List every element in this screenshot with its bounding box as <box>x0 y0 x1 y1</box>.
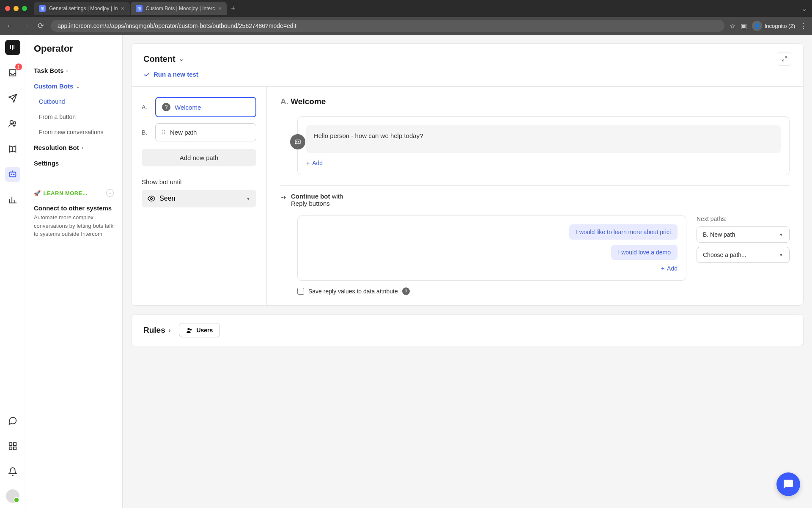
incognito-label: Incognito (2) <box>765 23 795 29</box>
operator-nav[interactable] <box>5 167 20 182</box>
add-reply-button[interactable]: + Add <box>661 265 678 272</box>
path-item-welcome[interactable]: ? Welcome <box>155 97 256 117</box>
rules-section-toggle[interactable]: Rules › <box>143 326 170 335</box>
minimize-window[interactable] <box>14 6 19 11</box>
close-window[interactable] <box>5 6 10 11</box>
path-item-new-path[interactable]: ⠿ New path <box>155 123 256 141</box>
bookmark-icon[interactable]: ☆ <box>730 22 735 30</box>
arrow-right-icon: ⇢ <box>280 193 286 202</box>
nav-outbound[interactable]: Outbound <box>25 94 122 109</box>
browser-tab[interactable]: ⊞ Custom Bots | Moodjoy | Interc × <box>131 2 227 15</box>
extensions-icon[interactable]: ▣ <box>741 22 747 30</box>
reload-button[interactable]: ⟳ <box>36 21 46 30</box>
notifications-nav[interactable] <box>5 464 20 479</box>
tab-title: General settings | Moodjoy | In <box>49 6 118 11</box>
svg-point-16 <box>299 141 299 142</box>
save-reply-checkbox[interactable] <box>297 288 304 295</box>
intercom-messenger-fab[interactable] <box>776 472 800 496</box>
rules-card: Rules › Users <box>131 314 804 346</box>
reply-button[interactable]: I would love a demo <box>611 245 678 260</box>
message-block: Hello person - how can we help today? + … <box>297 116 790 175</box>
inbox-nav[interactable]: 1 <box>5 65 20 80</box>
next-path-select[interactable]: Choose a path... ▼ <box>697 247 790 263</box>
nav-custom-bots[interactable]: Custom Bots ⌄ <box>25 78 122 94</box>
forward-button[interactable]: → <box>20 22 30 30</box>
close-tab-icon[interactable]: × <box>121 5 124 12</box>
url-text: app.intercom.com/a/apps/nnsgmgob/operato… <box>58 22 296 29</box>
svg-rect-14 <box>295 140 300 144</box>
help-icon[interactable]: ? <box>402 287 410 295</box>
dropdown-arrow-icon: ▼ <box>779 232 783 237</box>
svg-rect-1 <box>10 45 11 49</box>
apps-nav[interactable] <box>5 439 20 454</box>
rocket-icon: 🚀 <box>34 190 41 196</box>
path-letter: A. <box>142 104 150 110</box>
svg-point-17 <box>188 328 190 330</box>
detail-column: A. Welcome Hello person - how can we hel… <box>267 87 803 305</box>
users-icon <box>186 327 193 334</box>
nav-resolution-bot[interactable]: Resolution Bot › <box>25 140 122 155</box>
menu-icon[interactable]: ⋮ <box>800 22 807 30</box>
expand-button[interactable] <box>778 52 791 66</box>
tab-title: Custom Bots | Moodjoy | Interc <box>146 6 215 11</box>
new-tab-button[interactable]: + <box>228 4 239 13</box>
show-until-value: Seen <box>159 195 175 202</box>
collapse-icon[interactable]: − <box>106 189 114 197</box>
articles-nav[interactable] <box>5 141 20 157</box>
content-card: Content ⌄ Run a new test A. ? Wel <box>131 43 804 306</box>
messenger-nav[interactable] <box>5 413 20 428</box>
save-reply-label: Save reply values to data attribute <box>308 288 398 295</box>
nav-from-button[interactable]: From a button <box>25 109 122 124</box>
next-paths-label: Next paths: <box>697 215 790 222</box>
nav-task-bots[interactable]: Task Bots › <box>25 63 122 78</box>
svg-rect-9 <box>9 443 11 445</box>
svg-rect-11 <box>9 447 11 450</box>
reports-nav[interactable] <box>5 192 20 207</box>
svg-rect-10 <box>13 443 16 445</box>
path-name: Welcome <box>175 104 201 111</box>
incognito-icon: 👤 <box>752 21 762 31</box>
message-bubble[interactable]: Hello person - how can we help today? <box>306 125 781 153</box>
show-until-label: Show bot until <box>142 178 256 185</box>
reply-button[interactable]: I would like to learn more about prici <box>569 224 678 240</box>
browser-tab[interactable]: ⊞ General settings | Moodjoy | In × <box>34 2 130 15</box>
nav-settings[interactable]: Settings <box>25 155 122 171</box>
dropdown-arrow-icon: ▼ <box>246 196 250 201</box>
svg-rect-6 <box>9 172 16 177</box>
continue-bot-row: ⇢ Continue bot with Reply buttons <box>280 185 790 207</box>
main-content: Content ⌄ Run a new test A. ? Wel <box>123 35 812 508</box>
contacts-nav[interactable] <box>5 116 20 131</box>
back-button[interactable]: ← <box>5 22 15 30</box>
user-avatar[interactable] <box>6 489 19 503</box>
svg-point-15 <box>296 141 297 142</box>
next-path-select[interactable]: B. New path ▼ <box>697 226 790 243</box>
maximize-window[interactable] <box>22 6 27 11</box>
drag-handle-icon[interactable]: ⠿ <box>162 129 166 136</box>
learn-more[interactable]: 🚀 LEARN MORE... − <box>25 185 122 201</box>
tab-favicon: ⊞ <box>39 5 46 12</box>
sidebar-title: Operator <box>25 43 122 63</box>
close-tab-icon[interactable]: × <box>218 5 222 12</box>
add-message-button[interactable]: + Add <box>306 160 781 166</box>
intercom-logo[interactable] <box>5 40 20 55</box>
nav-from-new-conversations[interactable]: From new conversations <box>25 124 122 140</box>
chevron-right-icon: › <box>66 68 68 74</box>
sidebar: Operator Task Bots › Custom Bots ⌄ Outbo… <box>25 35 123 508</box>
url-input[interactable]: app.intercom.com/a/apps/nnsgmgob/operato… <box>51 20 724 32</box>
connect-description: Automate more complex conversations by l… <box>25 213 122 238</box>
chevron-down-icon: ⌄ <box>76 83 80 89</box>
svg-rect-12 <box>13 447 16 450</box>
tabs-overflow-icon[interactable]: ⌄ <box>801 5 807 13</box>
eye-icon <box>148 195 155 202</box>
content-section-toggle[interactable]: Content ⌄ <box>143 54 184 64</box>
dropdown-arrow-icon: ▼ <box>779 253 783 257</box>
run-test-button[interactable]: Run a new test <box>132 66 803 86</box>
detail-title: A. Welcome <box>280 97 790 106</box>
add-path-button[interactable]: Add new path <box>142 149 256 166</box>
users-chip[interactable]: Users <box>179 323 220 337</box>
incognito-indicator[interactable]: 👤 Incognito (2) <box>752 21 795 31</box>
chevron-right-icon: › <box>82 145 83 151</box>
outbound-nav[interactable] <box>5 91 20 106</box>
show-until-select[interactable]: Seen ▼ <box>142 190 256 207</box>
bot-avatar-icon <box>290 134 305 149</box>
